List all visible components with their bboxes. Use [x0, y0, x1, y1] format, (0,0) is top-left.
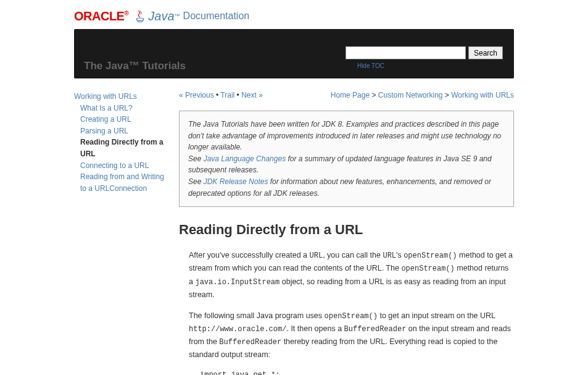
search-button[interactable]: Search — [468, 46, 503, 59]
search-box: Search — [346, 46, 503, 59]
java-logo: Java™ Documentation — [135, 9, 249, 23]
code-block: import java.net.*; import java.io.*; pub… — [200, 369, 514, 375]
java-text: Java — [148, 9, 174, 23]
sidebar-item-what-is-url[interactable]: What Is a URL? — [74, 103, 167, 114]
code-openstream2: openStream() — [401, 264, 454, 273]
nav-sep2: • — [234, 91, 241, 99]
sidebar-item-parsing-url[interactable]: Parsing a URL — [74, 125, 167, 137]
breadcrumb-page[interactable]: Working with URLs — [451, 91, 514, 99]
svg-point-0 — [136, 18, 144, 20]
body-text: After you've successfully created a URL,… — [179, 249, 514, 375]
bc-sep2: > — [443, 91, 452, 99]
code-url1: URL — [310, 251, 323, 260]
notice-box: The Java Tutorials have been written for… — [179, 111, 514, 207]
header: ORACLE® Java™ Documentation — [0, 0, 588, 26]
prev-link[interactable]: « Previous — [179, 91, 214, 99]
notice-link-lang[interactable]: Java Language Changes — [204, 154, 286, 163]
notice-p1: The Java Tutorials have been written for… — [188, 120, 501, 151]
tutorials-title: The Java™ Tutorials — [84, 60, 186, 72]
sidebar: Working with URLs What Is a URL? Creatin… — [74, 91, 167, 375]
code-inputstream: java.io.InputStream — [195, 278, 280, 287]
notice-link-jdk[interactable]: JDK Release Notes — [204, 177, 268, 186]
breadcrumb-home[interactable]: Home Page — [331, 91, 370, 99]
title-bar: The Java™ Tutorials Search Hide TOC — [74, 29, 514, 78]
p1c: 's — [396, 251, 404, 259]
cl1: import java.net.*; — [200, 371, 280, 375]
next-link[interactable]: Next » — [241, 91, 263, 99]
nav-row: « Previous • Trail • Next » Home Page > … — [179, 91, 514, 99]
code-openstream3: openStream() — [325, 312, 378, 321]
search-input[interactable] — [346, 46, 466, 59]
trail-link[interactable]: Trail — [220, 91, 234, 99]
sidebar-item-reading-writing[interactable]: Reading from and Writing to a URLConnect… — [74, 171, 167, 194]
code-bufreader2: BufferedReader — [219, 338, 281, 347]
p2b: to get an input stream on the URL — [378, 311, 495, 320]
p1b: , you can call the — [323, 251, 383, 259]
content: « Previous • Trail • Next » Home Page > … — [167, 91, 514, 375]
inputstream-link[interactable]: java.io.InputStream — [195, 277, 280, 286]
para-1: After you've successfully created a URL,… — [189, 249, 514, 301]
page-title: Reading Directly from a URL — [179, 222, 514, 238]
oracle-text: ORACLE — [74, 9, 124, 23]
sidebar-root[interactable]: Working with URLs — [74, 91, 167, 103]
p1a: After you've successfully created a — [189, 251, 310, 259]
bc-sep1: > — [370, 91, 378, 99]
para-2: The following small Java program uses op… — [189, 310, 514, 361]
breadcrumb: Home Page > Custom Networking > Working … — [331, 91, 514, 99]
code-oracle-url: http://www.oracle.com/ — [189, 325, 286, 334]
oracle-logo: ORACLE® — [74, 9, 128, 23]
java-tm: ™ — [175, 13, 180, 19]
sidebar-item-current: Reading Directly from a URL — [74, 137, 167, 159]
nav-sep1: • — [214, 91, 221, 99]
sidebar-item-connecting[interactable]: Connecting to a URL — [74, 160, 167, 172]
code-url2: URL — [383, 251, 396, 260]
p2c: . It then opens a — [286, 324, 344, 333]
sidebar-item-creating-url[interactable]: Creating a URL — [74, 114, 167, 125]
documentation-label: Documentation — [183, 11, 250, 22]
java-cup-icon — [135, 9, 146, 23]
code-openstream1: openStream() — [404, 251, 457, 260]
page-nav: « Previous • Trail • Next » — [179, 91, 263, 99]
code-bufreader1: BufferedReader — [344, 325, 407, 334]
notice-p3a: See — [188, 177, 204, 186]
p2a: The following small Java program uses — [189, 311, 325, 320]
breadcrumb-section[interactable]: Custom Networking — [378, 91, 443, 99]
hide-toc-link[interactable]: Hide TOC — [357, 62, 384, 69]
notice-p2a: See — [188, 154, 204, 163]
